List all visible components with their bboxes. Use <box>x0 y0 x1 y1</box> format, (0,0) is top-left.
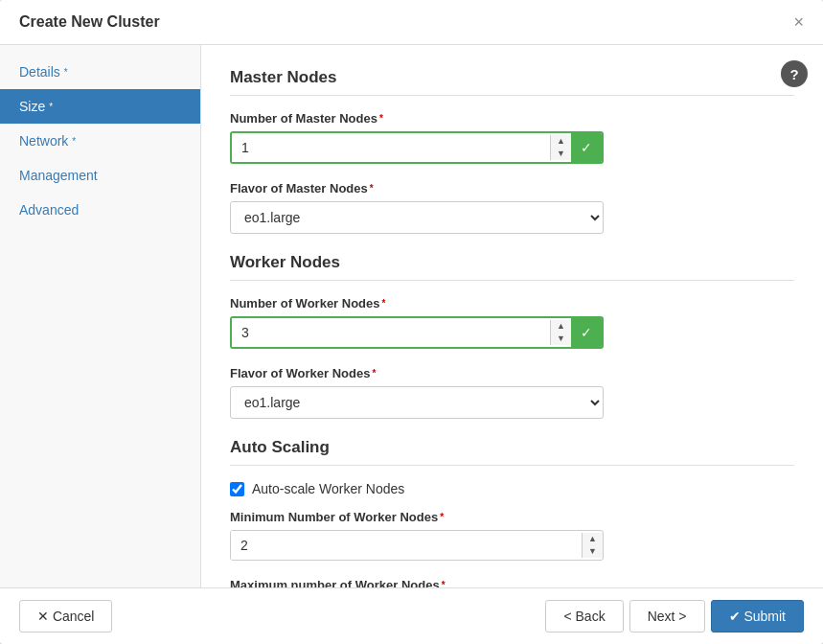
auto-scale-checkbox[interactable] <box>230 482 244 496</box>
master-nodes-title: Master Nodes <box>230 68 794 96</box>
master-count-label: Number of Master Nodes* <box>230 111 794 126</box>
next-button[interactable]: Next > <box>629 600 705 632</box>
modal-header: Create New Cluster × <box>0 0 823 45</box>
master-nodes-section: Master Nodes Number of Master Nodes* ▲ ▼… <box>230 68 794 234</box>
sidebar-required-dot: * <box>49 102 53 112</box>
max-workers-label: Maximum number of Worker Nodes* <box>230 578 794 587</box>
close-button[interactable]: × <box>793 13 804 31</box>
worker-count-spin-down[interactable]: ▼ <box>551 333 571 345</box>
max-workers-field: Maximum number of Worker Nodes* ▲ ▼ <box>230 578 794 587</box>
min-workers-input[interactable] <box>231 531 582 560</box>
min-workers-label: Minimum Number of Worker Nodes* <box>230 510 794 524</box>
master-count-check-icon: ✓ <box>571 133 602 162</box>
sidebar-item-network[interactable]: Network* <box>0 124 200 158</box>
auto-scale-checkbox-row: Auto-scale Worker Nodes <box>230 481 794 496</box>
worker-count-input[interactable] <box>232 318 550 347</box>
master-flavor-label: Flavor of Master Nodes* <box>230 181 794 196</box>
auto-scaling-title: Auto Scaling <box>230 438 794 466</box>
min-workers-field: Minimum Number of Worker Nodes* ▲ ▼ <box>230 510 794 561</box>
min-workers-input-wrap: ▲ ▼ <box>230 530 604 561</box>
worker-count-field: Number of Worker Nodes* ▲ ▼ ✓ <box>230 296 794 349</box>
sidebar-required-dot: * <box>64 67 68 78</box>
master-count-spinners: ▲ ▼ <box>550 135 571 160</box>
modal-title: Create New Cluster <box>19 13 160 31</box>
master-count-input[interactable] <box>232 133 550 162</box>
worker-flavor-select[interactable]: eo1.large eo1.xlarge eo1.2xlarge <box>230 386 604 419</box>
worker-count-label: Number of Worker Nodes* <box>230 296 794 310</box>
sidebar-item-label: Size <box>19 99 45 114</box>
sidebar: Details* Size* Network* Management Advan… <box>0 45 201 587</box>
submit-button[interactable]: ✔ Submit <box>711 600 804 632</box>
master-count-spin-up[interactable]: ▲ <box>551 135 571 148</box>
footer-right-buttons: < Back Next > ✔ Submit <box>545 600 804 632</box>
master-count-input-wrap: ▲ ▼ ✓ <box>230 131 604 164</box>
min-workers-spin-up[interactable]: ▲ <box>583 533 603 545</box>
worker-flavor-field: Flavor of Worker Nodes* eo1.large eo1.xl… <box>230 366 794 419</box>
sidebar-item-label: Details <box>19 64 60 80</box>
back-button[interactable]: < Back <box>545 600 623 632</box>
sidebar-item-label: Advanced <box>19 202 79 218</box>
auto-scaling-section: Auto Scaling Auto-scale Worker Nodes Min… <box>230 438 794 587</box>
worker-nodes-title: Worker Nodes <box>230 253 794 281</box>
worker-count-check-icon: ✓ <box>571 318 602 347</box>
content-area: ? Master Nodes Number of Master Nodes* ▲… <box>201 45 823 587</box>
auto-scale-label: Auto-scale Worker Nodes <box>252 481 404 496</box>
min-workers-spin-down[interactable]: ▼ <box>583 545 603 558</box>
sidebar-item-advanced[interactable]: Advanced <box>0 193 200 227</box>
min-workers-spinners: ▲ ▼ <box>582 533 603 558</box>
modal-body: Details* Size* Network* Management Advan… <box>0 45 823 587</box>
cancel-button[interactable]: ✕ Cancel <box>19 600 112 632</box>
master-count-spin-down[interactable]: ▼ <box>551 148 571 160</box>
master-flavor-select[interactable]: eo1.large eo1.xlarge eo1.2xlarge <box>230 201 604 234</box>
sidebar-item-label: Network <box>19 133 68 149</box>
worker-count-input-wrap: ▲ ▼ ✓ <box>230 316 604 349</box>
master-flavor-field: Flavor of Master Nodes* eo1.large eo1.xl… <box>230 181 794 234</box>
sidebar-required-dot: * <box>72 136 76 147</box>
sidebar-item-details[interactable]: Details* <box>0 55 200 89</box>
worker-nodes-section: Worker Nodes Number of Worker Nodes* ▲ ▼… <box>230 253 794 419</box>
sidebar-item-management[interactable]: Management <box>0 158 200 193</box>
modal-footer: ✕ Cancel < Back Next > ✔ Submit <box>0 587 823 644</box>
sidebar-item-label: Management <box>19 168 98 183</box>
worker-count-spinners: ▲ ▼ <box>550 320 571 345</box>
sidebar-item-size[interactable]: Size* <box>0 89 200 124</box>
worker-flavor-label: Flavor of Worker Nodes* <box>230 366 794 380</box>
master-count-field: Number of Master Nodes* ▲ ▼ ✓ <box>230 111 794 164</box>
worker-count-spin-up[interactable]: ▲ <box>551 320 571 333</box>
create-cluster-modal: Create New Cluster × Details* Size* Netw… <box>0 0 823 644</box>
help-icon[interactable]: ? <box>781 60 808 87</box>
